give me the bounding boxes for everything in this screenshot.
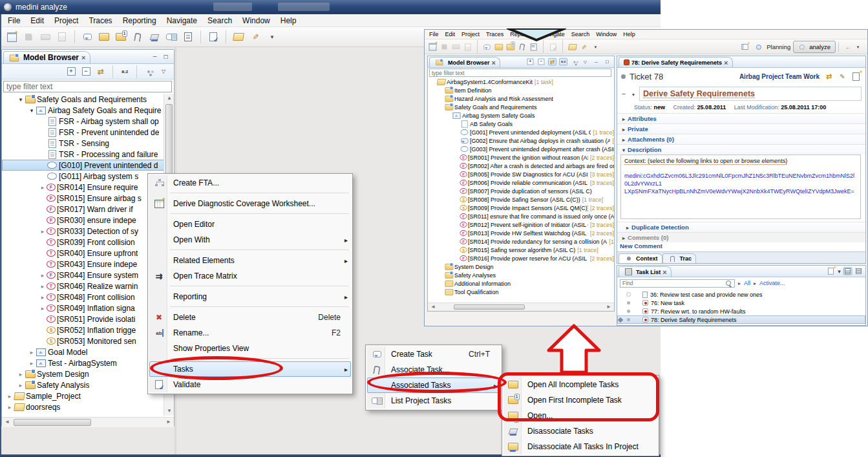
planning-perspective-icon[interactable] (754, 43, 763, 50)
maximize-icon[interactable] (160, 52, 171, 61)
tree-item[interactable]: Safety Goals and Requirements (428, 103, 614, 111)
dropdown-button[interactable] (264, 29, 280, 45)
menu-item-create-task[interactable]: Create TaskCtrl+T (367, 346, 500, 362)
close-icon[interactable] (492, 59, 496, 67)
horizontal-scrollbar[interactable]: ◄ ► (2, 417, 174, 427)
ticket-tab[interactable]: 78: Derive Safety Requiremenets (619, 57, 733, 67)
twistie-icon[interactable]: ▸ (39, 184, 47, 191)
twistie-icon[interactable]: ▸ (39, 305, 47, 312)
tree-item[interactable]: ▾Airbag Safety Goals and Require (2, 105, 174, 116)
create-task-button[interactable] (79, 29, 95, 45)
sort-button[interactable] (118, 65, 131, 78)
tree-item[interactable]: TSR - Sensing (2, 138, 174, 149)
menu-item-open-first-incomplete-task[interactable]: Open First Incomplete Task (503, 392, 657, 408)
menu-item-associated-tasks[interactable]: Associated Tasks (367, 377, 500, 393)
dropdown-icon[interactable] (836, 266, 842, 276)
tree-item[interactable]: [G001] Prevent unintended deployment (AS… (428, 128, 614, 136)
menu-item-related-elements[interactable]: Related Elements (149, 253, 351, 268)
tree-item[interactable]: AirbagSystem1.4ConformanceKit [1 task] (428, 78, 614, 86)
close-icon[interactable] (724, 59, 728, 67)
menu-project[interactable]: Project (458, 30, 483, 38)
filters-button[interactable] (142, 65, 155, 78)
back-arrow-icon[interactable] (844, 43, 852, 50)
twistie-icon[interactable]: ▸ (39, 272, 47, 279)
open-first-button[interactable] (113, 29, 129, 45)
minimize-icon[interactable] (592, 58, 601, 66)
new-wizard-button[interactable] (4, 29, 19, 45)
twistie-icon[interactable]: ▸ (39, 228, 47, 235)
menu-item-reporting[interactable]: Reporting (149, 289, 351, 304)
twistie-icon[interactable]: ▸ (6, 404, 14, 410)
menu-navigate[interactable]: Navigate (162, 15, 202, 27)
tree-item[interactable]: [SR002] After a crash is detected and ai… (428, 162, 614, 170)
menu-traces[interactable]: Traces (483, 30, 507, 38)
twistie-icon[interactable]: ▾ (28, 107, 36, 114)
link-editor-icon[interactable] (548, 58, 556, 65)
dropdown-button[interactable] (590, 41, 601, 52)
twistie-icon[interactable]: ▸ (17, 371, 25, 377)
tree-item[interactable]: [SR001] Prevent the ignition without rea… (428, 153, 614, 162)
tree-item[interactable]: [G003] Prevent unintended deployment aft… (428, 145, 614, 153)
tree-item[interactable]: [SR014] Provide redundancy for sensing a… (428, 237, 614, 246)
menu-navigate[interactable]: Navigate (538, 30, 568, 38)
expand-all-icon[interactable] (526, 58, 535, 65)
menu-item-delete[interactable]: DeleteDelete (149, 310, 351, 325)
menu-item-disassociate-all-tasks-in-project[interactable]: Disassociate All Tasks In Project (503, 439, 657, 454)
menu-item-create-fta[interactable]: Create FTA... (149, 175, 351, 191)
tree-item[interactable]: System Design (428, 262, 614, 271)
expand-all-button[interactable] (65, 65, 78, 78)
new-wizard-button[interactable] (427, 41, 438, 52)
task-list-item[interactable]: 78: Derive Safety Requiremenets (617, 315, 865, 324)
tree-item[interactable]: [SR012] Prevent self-iginition of Initia… (428, 220, 614, 229)
menu-help[interactable]: Help (620, 30, 639, 38)
tree-item[interactable]: [G010] Prevent unintended d (2, 160, 174, 171)
menu-reporting[interactable]: Reporting (118, 15, 162, 27)
validate-button[interactable] (206, 29, 221, 45)
sort-icon[interactable] (559, 58, 567, 65)
tree-item[interactable]: ▾Safety Goals and Requirements (2, 94, 174, 105)
task-list-item[interactable]: 36: Review test case and provide new one… (617, 290, 865, 299)
twistie-icon[interactable]: ▸ (39, 294, 47, 301)
tree-item[interactable]: Additional Information (428, 279, 614, 288)
menu-help[interactable]: Help (275, 15, 302, 27)
tree-item[interactable]: Airbag System Safety Goals (428, 111, 614, 120)
model-browser-tab[interactable]: Model Browser (3, 51, 90, 63)
section-private[interactable]: Private (617, 123, 865, 134)
filter-all-link[interactable]: All (744, 280, 750, 286)
perspective-planning-label[interactable]: Planning (767, 43, 790, 50)
view-menu-button[interactable] (157, 65, 170, 78)
menu-file[interactable]: File (426, 30, 442, 38)
tree-item[interactable]: FSR - Prevent unintended de (2, 127, 174, 138)
tree-item[interactable]: [SR009] Provide Impact Sensors (ASIL QM(… (428, 204, 614, 212)
menu-item-associate-task[interactable]: Associate Task... (367, 362, 500, 377)
task-list-item[interactable]: 76: New task (617, 299, 865, 307)
section-comments[interactable]: Comments (0) (617, 232, 865, 242)
ticket-name-field[interactable]: Derive Safety Requiremenets (639, 87, 862, 101)
section-attributes[interactable]: Attributes (617, 113, 865, 123)
tree-item[interactable]: [SR006] Provide reliable communication (… (428, 178, 614, 187)
menu-item-open-all-incomplete-tasks[interactable]: Open All Incomplete Tasks (503, 377, 657, 392)
menu-item-derive-diagnostic-coverage-worksheet[interactable]: Derive Diagnostic Coverage Worksheet... (149, 196, 351, 211)
open-all-button[interactable] (96, 29, 112, 45)
section-attachments[interactable]: Attachments (0) (617, 134, 865, 144)
collapse-all-icon[interactable] (537, 58, 545, 65)
tree-item[interactable]: [SR011] esnure that fire command is issu… (428, 212, 614, 220)
menu-item-open[interactable]: Open... (503, 408, 657, 423)
menu-search[interactable]: Search (202, 15, 237, 27)
tree-item[interactable]: [SR015] Safing sensor algorithm (ASIL C)… (428, 246, 614, 254)
twistie-icon[interactable]: ▸ (6, 393, 14, 399)
menu-item-rename[interactable]: Rename...F2 (149, 325, 351, 341)
tree-item[interactable]: TSR - Processing and failure (2, 149, 174, 160)
menu-window[interactable]: Window (237, 15, 275, 27)
list-tasks-button[interactable] (164, 29, 179, 45)
group-by-category-icon[interactable] (843, 268, 852, 275)
report-doc-button[interactable] (528, 41, 539, 52)
menu-item-validate[interactable]: Validate (149, 377, 351, 392)
tree-item[interactable]: FSR - Airbag system shall op (2, 116, 174, 127)
disassociate-button[interactable] (147, 29, 162, 45)
tree-item[interactable]: [SR008] Provide Safing Sensor (ASIL C(C)… (428, 195, 614, 204)
menu-edit[interactable]: Edit (25, 15, 49, 27)
section-description[interactable]: Description (617, 144, 865, 154)
open-folder-button[interactable] (231, 29, 246, 45)
filter-input[interactable] (429, 69, 611, 77)
